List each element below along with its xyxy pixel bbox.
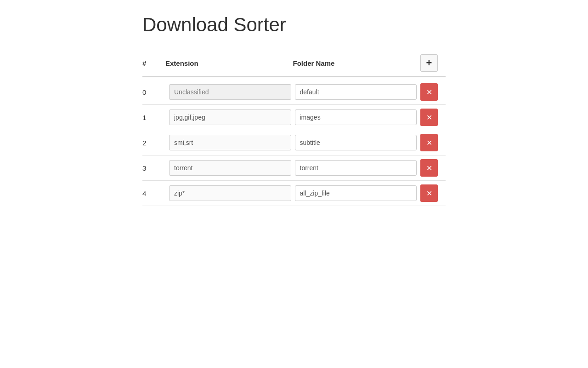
table-rows: 0✕1✕2✕3✕4✕ [142,80,446,206]
delete-row-button[interactable]: ✕ [420,159,438,177]
table-row: 0✕ [142,80,446,105]
table-row: 4✕ [142,181,446,206]
extension-input[interactable] [169,109,291,125]
folder-input[interactable] [295,135,417,150]
folder-input[interactable] [295,185,417,201]
extension-input[interactable] [169,84,291,100]
table-header: # Extension Folder Name + [142,54,446,77]
page-title: Download Sorter [142,14,446,36]
delete-row-button[interactable]: ✕ [420,184,438,202]
add-row-button[interactable]: + [420,54,438,72]
delete-row-button[interactable]: ✕ [420,134,438,151]
col-folder-header: Folder Name [293,59,421,67]
table-row: 1✕ [142,105,446,130]
extension-input[interactable] [169,185,291,201]
row-index: 2 [142,139,165,147]
col-extension-header: Extension [165,59,293,67]
table-row: 2✕ [142,130,446,155]
page-container: Download Sorter # Extension Folder Name … [133,0,455,220]
row-index: 1 [142,114,165,121]
folder-input[interactable] [295,84,417,100]
folder-input[interactable] [295,109,417,125]
extension-input[interactable] [169,135,291,150]
table-wrapper: # Extension Folder Name + 0✕1✕2✕3✕4✕ [142,54,446,206]
folder-input[interactable] [295,160,417,176]
delete-row-button[interactable]: ✕ [420,109,438,126]
delete-row-button[interactable]: ✕ [420,83,438,101]
col-hash-header: # [142,59,165,67]
row-index: 4 [142,190,165,197]
row-index: 3 [142,164,165,172]
table-row: 3✕ [142,155,446,181]
row-index: 0 [142,88,165,96]
extension-input[interactable] [169,160,291,176]
